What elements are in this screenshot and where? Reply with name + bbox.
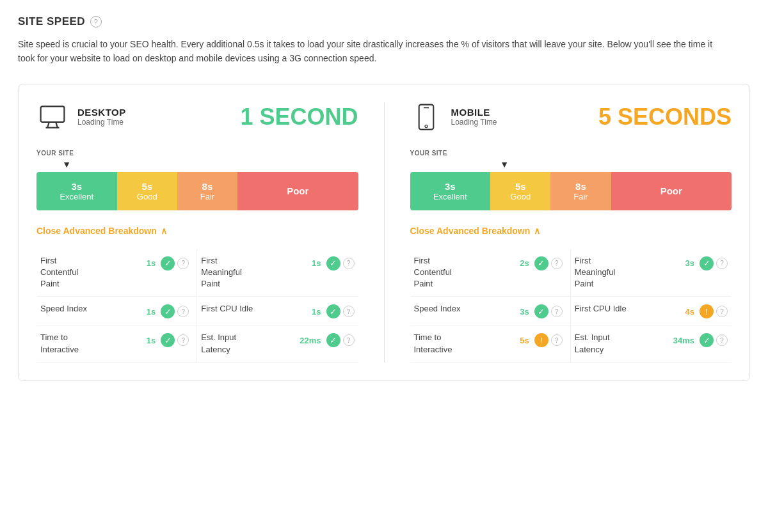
mobile-tti-warn-icon: ! (534, 333, 548, 347)
desktop-sub: Loading Time (77, 118, 126, 127)
mobile-loading-time: 5 SECONDS (598, 104, 732, 130)
desktop-eil-help-icon[interactable]: ? (343, 334, 355, 346)
mobile-fmp-help-icon[interactable]: ? (716, 258, 728, 269)
desktop-speed-bar: 3s Excellent 5s Good 8s Fair Poor (36, 172, 358, 210)
desktop-metric-eil: Est. InputLatency 22ms ✓ ? (197, 325, 358, 362)
desktop-fcp-check-icon: ✓ (161, 256, 175, 270)
desktop-arrow: ▼ (62, 159, 71, 169)
mobile-metric-si: Speed Index 3s ✓ ? (410, 297, 571, 325)
desktop-seg-fair: 8s Fair (177, 172, 237, 210)
svg-point-5 (424, 125, 427, 127)
desktop-bar-label: YOUR SITE (36, 150, 358, 157)
svg-rect-4 (419, 104, 433, 129)
desktop-seg-good: 5s Good (117, 172, 177, 210)
svg-line-2 (56, 122, 58, 128)
mobile-metrics-grid: FirstContentfulPaint 2s ✓ ? FirstMeaning… (410, 249, 732, 363)
mobile-chevron-icon: ∧ (534, 226, 540, 236)
mobile-bar-label: YOUR SITE (410, 150, 732, 157)
mobile-arrow-container: ▼ (410, 159, 732, 172)
mobile-breakdown-toggle[interactable]: Close Advanced Breakdown ∧ (410, 226, 732, 236)
desktop-header: DESKTOP Loading Time 1 SECOND (36, 102, 358, 132)
desktop-fmp-check-icon: ✓ (326, 256, 340, 270)
desktop-icon (36, 102, 68, 132)
desktop-tti-help-icon[interactable]: ? (177, 334, 189, 346)
desktop-tti-check-icon: ✓ (161, 333, 175, 347)
mobile-tti-help-icon[interactable]: ? (551, 334, 563, 346)
desktop-metrics-grid: FirstContentfulPaint 1s ✓ ? FirstMeaning… (36, 249, 358, 363)
page-title: SITE SPEED ? (18, 15, 750, 28)
desktop-breakdown-toggle[interactable]: Close Advanced Breakdown ∧ (36, 226, 358, 236)
mobile-fci-help-icon[interactable]: ? (716, 306, 728, 317)
desktop-seg-excellent: 3s Excellent (36, 172, 117, 210)
mobile-metric-fcp: FirstContentfulPaint 2s ✓ ? (410, 249, 571, 297)
desktop-arrow-container: ▼ (36, 159, 358, 172)
desktop-panel: DESKTOP Loading Time 1 SECOND YOUR SITE … (36, 102, 358, 363)
desktop-metric-fmp: FirstMeaningfulPaint 1s ✓ ? (197, 249, 358, 297)
mobile-arrow: ▼ (500, 159, 509, 169)
mobile-fcp-help-icon[interactable]: ? (551, 258, 563, 269)
mobile-seg-good: 5s Good (490, 172, 550, 210)
description: Site speed is crucial to your SEO health… (18, 37, 722, 66)
mobile-eil-check-icon: ✓ (700, 333, 714, 347)
mobile-speed-bar: 3s Excellent 5s Good 8s Fair Poor (410, 172, 732, 210)
desktop-bar-section: YOUR SITE ▼ 3s Excellent 5s Good 8s Fair (36, 150, 358, 210)
desktop-fci-help-icon[interactable]: ? (343, 306, 355, 317)
mobile-seg-excellent: 3s Excellent (410, 172, 491, 210)
desktop-si-help-icon[interactable]: ? (177, 306, 189, 317)
mobile-icon (410, 102, 442, 132)
desktop-metric-tti: Time toInteractive 1s ✓ ? (36, 325, 197, 362)
desktop-label: DESKTOP Loading Time (77, 107, 126, 127)
mobile-seg-poor: Poor (611, 172, 732, 210)
mobile-header: MOBILE Loading Time 5 SECONDS (410, 102, 732, 132)
desktop-name: DESKTOP (77, 107, 126, 118)
mobile-bar-section: YOUR SITE ▼ 3s Excellent 5s Good 8s Fair (410, 150, 732, 210)
desktop-fci-check-icon: ✓ (326, 304, 340, 318)
panel-divider (384, 102, 385, 363)
mobile-metric-tti: Time toInteractive 5s ! ? (410, 325, 571, 362)
desktop-metric-fci: First CPU Idle 1s ✓ ? (197, 297, 358, 325)
mobile-metric-fmp: FirstMeaningfulPaint 3s ✓ ? (571, 249, 732, 297)
desktop-si-check-icon: ✓ (161, 304, 175, 318)
desktop-metric-si: Speed Index 1s ✓ ? (36, 297, 197, 325)
mobile-si-check-icon: ✓ (534, 304, 548, 318)
mobile-name: MOBILE (451, 107, 497, 118)
mobile-metric-fci: First CPU Idle 4s ! ? (571, 297, 732, 325)
title-help-icon[interactable]: ? (90, 16, 102, 27)
mobile-label: MOBILE Loading Time (451, 107, 497, 127)
desktop-eil-check-icon: ✓ (326, 333, 340, 347)
svg-rect-0 (41, 106, 65, 122)
mobile-eil-help-icon[interactable]: ? (716, 334, 728, 346)
mobile-fcp-check-icon: ✓ (534, 256, 548, 270)
desktop-seg-poor: Poor (237, 172, 358, 210)
svg-line-1 (47, 122, 49, 128)
mobile-fci-warn-icon: ! (700, 304, 714, 318)
mobile-metric-eil: Est. InputLatency 34ms ✓ ? (571, 325, 732, 362)
mobile-panel: MOBILE Loading Time 5 SECONDS YOUR SITE … (410, 102, 732, 363)
desktop-fmp-help-icon[interactable]: ? (343, 258, 355, 269)
desktop-loading-time: 1 SECOND (240, 104, 358, 130)
desktop-chevron-icon: ∧ (161, 226, 167, 236)
mobile-sub: Loading Time (451, 118, 497, 127)
main-card: DESKTOP Loading Time 1 SECOND YOUR SITE … (18, 84, 750, 381)
mobile-fmp-check-icon: ✓ (700, 256, 714, 270)
mobile-si-help-icon[interactable]: ? (551, 306, 563, 317)
desktop-metric-fcp: FirstContentfulPaint 1s ✓ ? (36, 249, 197, 297)
desktop-fcp-help-icon[interactable]: ? (177, 258, 189, 269)
mobile-seg-fair: 8s Fair (550, 172, 611, 210)
